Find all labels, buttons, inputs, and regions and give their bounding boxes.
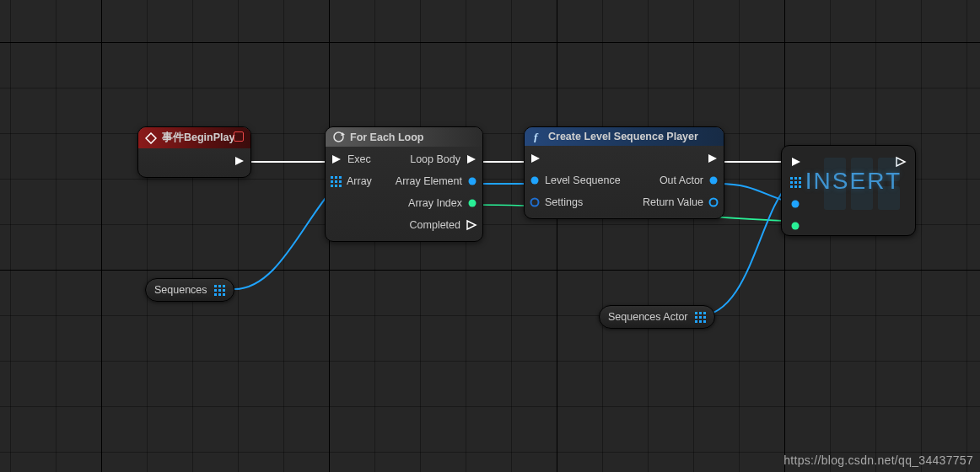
variable-sequences[interactable]: Sequences [145, 278, 234, 302]
svg-rect-53 [695, 312, 697, 314]
svg-rect-33 [790, 177, 793, 180]
function-icon: f [531, 131, 543, 142]
pin-exec-in[interactable]: Exec [331, 150, 372, 169]
svg-rect-5 [331, 176, 333, 179]
svg-rect-7 [339, 176, 342, 179]
svg-point-23 [710, 177, 718, 185]
node-for-each-loop[interactable]: For Each Loop Exec Array Loop Body Array… [325, 126, 483, 242]
svg-rect-13 [339, 185, 342, 187]
variable-sequences-actor[interactable]: Sequences Actor [599, 305, 715, 329]
svg-rect-56 [695, 316, 697, 319]
variable-label: Sequences [154, 284, 207, 296]
struct-pin-icon [530, 197, 540, 207]
data-pin-icon [790, 221, 800, 231]
pin-label: Return Value [643, 196, 703, 208]
pin-label: Completed [410, 219, 460, 231]
svg-rect-49 [223, 289, 225, 292]
pin-exec-out[interactable] [707, 149, 719, 168]
insert-label: INSERT [805, 168, 902, 195]
pin-array-index[interactable]: Array Index [408, 194, 477, 212]
pin-insert-index[interactable] [790, 217, 801, 235]
pin-array-in[interactable]: Array [331, 172, 372, 190]
node-title: 事件BeginPlay [162, 131, 234, 145]
pin-label: Exec [347, 153, 371, 165]
svg-point-42 [792, 201, 800, 208]
array-pin-icon [790, 177, 801, 188]
exec-pin-icon [466, 153, 477, 165]
svg-marker-31 [792, 158, 800, 166]
node-event-beginplay[interactable]: 事件BeginPlay [137, 126, 251, 178]
pin-exec-in[interactable] [790, 153, 802, 171]
svg-marker-22 [708, 154, 717, 163]
macro-loop-icon [332, 131, 345, 143]
svg-rect-51 [218, 293, 221, 296]
svg-rect-58 [703, 316, 706, 319]
array-pin-icon[interactable] [214, 285, 225, 296]
data-pin-icon [530, 175, 540, 185]
pin-settings[interactable]: Settings [530, 193, 621, 212]
svg-rect-8 [331, 180, 333, 183]
svg-rect-36 [790, 181, 793, 184]
pin-label: Settings [545, 196, 583, 208]
node-title: For Each Loop [350, 131, 424, 143]
svg-rect-6 [335, 176, 337, 179]
pin-insert-array[interactable] [790, 173, 801, 191]
data-pin-icon [467, 176, 477, 186]
node-header[interactable]: 事件BeginPlay [138, 127, 250, 148]
node-header[interactable]: For Each Loop [326, 127, 482, 147]
node-insert[interactable]: INSERT [781, 145, 916, 236]
data-pin-icon [708, 197, 719, 207]
pin-level-sequence[interactable]: Level Sequence [530, 171, 621, 190]
pin-label: Level Sequence [545, 174, 621, 186]
pin-exec-in[interactable] [530, 149, 621, 168]
svg-point-20 [531, 177, 539, 185]
breakpoint-toggle[interactable] [234, 131, 244, 142]
pin-loop-body[interactable]: Loop Body [410, 150, 477, 169]
svg-rect-41 [799, 185, 801, 188]
svg-marker-17 [467, 221, 476, 229]
pin-label: Array [347, 175, 372, 187]
svg-rect-48 [218, 289, 221, 292]
svg-rect-40 [794, 185, 797, 188]
svg-rect-39 [790, 185, 793, 188]
pin-array-element[interactable]: Array Element [396, 172, 477, 190]
pin-label: Loop Body [410, 153, 460, 165]
svg-marker-19 [531, 154, 540, 163]
svg-point-21 [531, 199, 539, 206]
watermark-text: https://blog.csdn.net/qq_34437757 [783, 453, 973, 467]
exec-pin-icon [466, 219, 477, 231]
svg-rect-35 [799, 177, 801, 180]
node-create-level-sequence-player[interactable]: f Create Level Sequence Player Level Seq… [524, 126, 724, 219]
exec-pin-icon [707, 153, 719, 164]
svg-rect-59 [695, 320, 697, 323]
svg-marker-14 [467, 155, 476, 164]
svg-rect-12 [335, 185, 337, 187]
pin-label: Array Index [408, 197, 462, 209]
variable-label: Sequences Actor [608, 311, 688, 323]
svg-rect-34 [794, 177, 797, 180]
pin-completed[interactable]: Completed [410, 216, 477, 234]
svg-rect-54 [699, 312, 702, 314]
array-pin-icon[interactable] [695, 312, 706, 323]
pin-insert-item[interactable] [790, 195, 801, 213]
pin-label: Array Element [396, 175, 462, 187]
svg-point-16 [469, 200, 477, 207]
pin-exec-out[interactable] [234, 152, 245, 170]
exec-pin-icon [234, 155, 245, 167]
exec-pin-icon [790, 156, 802, 168]
node-header[interactable]: f Create Level Sequence Player [525, 127, 724, 146]
node-title: Create Level Sequence Player [548, 131, 698, 142]
svg-marker-1 [235, 157, 244, 165]
svg-rect-45 [218, 285, 221, 287]
svg-point-43 [792, 223, 800, 230]
exec-pin-icon [331, 153, 342, 165]
svg-rect-47 [214, 289, 217, 292]
svg-rect-57 [699, 316, 702, 319]
svg-rect-61 [703, 320, 706, 323]
svg-rect-38 [799, 181, 801, 184]
pin-label: Out Actor [660, 174, 703, 186]
exec-pin-icon [530, 153, 541, 164]
pin-out-actor[interactable]: Out Actor [660, 171, 719, 190]
svg-point-24 [710, 199, 718, 206]
pin-return-value[interactable]: Return Value [643, 193, 719, 212]
